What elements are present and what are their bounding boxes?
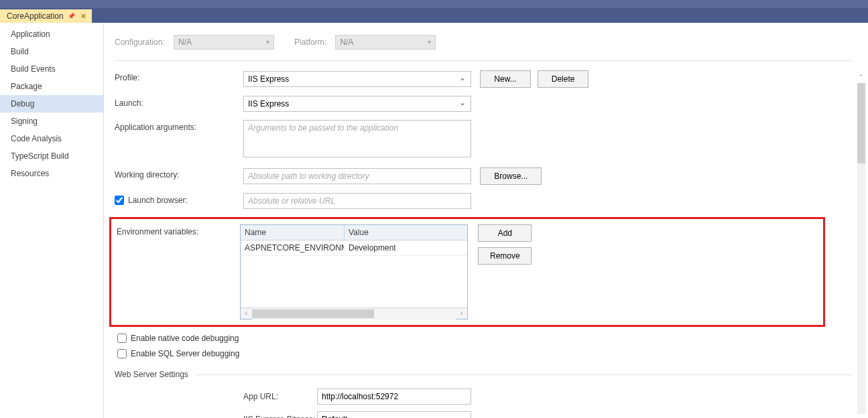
- sidebar-item-application[interactable]: Application: [0, 25, 103, 43]
- content-panel: Configuration: N/A Platform: N/A Profile…: [104, 23, 868, 418]
- launch-browser-url-input[interactable]: [243, 193, 471, 209]
- iis-bitness-label: IIS Express Bitness:: [243, 415, 317, 418]
- enable-native-debug-checkbox[interactable]: Enable native code debugging: [117, 334, 239, 343]
- browse-button[interactable]: Browse...: [480, 167, 542, 185]
- env-header-name: Name: [241, 225, 345, 240]
- sidebar-item-resources[interactable]: Resources: [0, 165, 103, 182]
- launch-label: Launch:: [115, 96, 243, 108]
- vertical-scroll-thumb[interactable]: [857, 83, 865, 163]
- enable-sql-debug-checkbox[interactable]: Enable SQL Server debugging: [117, 349, 239, 358]
- delete-profile-button[interactable]: Delete: [538, 70, 589, 88]
- vertical-scrollbar[interactable]: ⌃ ⌄: [857, 83, 865, 414]
- new-profile-button[interactable]: New...: [480, 70, 530, 88]
- sql-debug-check[interactable]: [117, 349, 127, 358]
- launch-select[interactable]: IIS Express: [243, 96, 471, 112]
- env-row[interactable]: ASPNETCORE_ENVIRONMENT Development: [241, 240, 467, 256]
- document-tab[interactable]: CoreApplication 📌 ✕: [0, 9, 92, 23]
- env-row-value: Development: [345, 240, 467, 255]
- scroll-thumb[interactable]: [252, 309, 374, 318]
- working-directory-input[interactable]: [243, 168, 471, 184]
- app-arguments-label: Application arguments:: [115, 120, 243, 132]
- environment-variables-highlight: Environment variables: Name Value ASPNET…: [109, 217, 825, 327]
- env-header-value: Value: [345, 225, 467, 240]
- app-url-label: App URL:: [243, 392, 317, 401]
- env-vars-grid[interactable]: Name Value ASPNETCORE_ENVIRONMENT Develo…: [240, 224, 468, 320]
- add-env-var-button[interactable]: Add: [478, 224, 532, 242]
- sidebar-item-code-analysis[interactable]: Code Analysis: [0, 130, 103, 147]
- platform-select: N/A: [335, 35, 436, 50]
- scroll-up-icon[interactable]: ⌃: [857, 74, 865, 83]
- sidebar-item-build-events[interactable]: Build Events: [0, 60, 103, 78]
- sidebar-item-debug[interactable]: Debug: [0, 95, 103, 113]
- iis-bitness-select[interactable]: Default: [317, 411, 471, 418]
- sidebar: Application Build Build Events Package D…: [0, 23, 104, 418]
- sidebar-item-signing[interactable]: Signing: [0, 113, 103, 130]
- sidebar-item-typescript-build[interactable]: TypeScript Build: [0, 147, 103, 165]
- divider: [115, 60, 852, 61]
- env-horizontal-scrollbar[interactable]: ‹ ›: [241, 307, 467, 319]
- scroll-down-icon[interactable]: ⌄: [857, 414, 865, 418]
- configuration-select: N/A: [174, 35, 274, 50]
- configuration-label: Configuration:: [115, 38, 165, 47]
- profile-select[interactable]: IIS Express: [243, 71, 471, 87]
- tab-strip: CoreApplication 📌 ✕: [0, 8, 868, 23]
- section-divider: [195, 374, 852, 375]
- tab-title: CoreApplication: [7, 11, 64, 21]
- app-url-input[interactable]: [317, 389, 471, 405]
- scroll-right-icon[interactable]: ›: [456, 308, 467, 320]
- sidebar-item-package[interactable]: Package: [0, 78, 103, 95]
- native-debug-check[interactable]: [117, 334, 127, 343]
- sidebar-item-build[interactable]: Build: [0, 43, 103, 60]
- env-row-name: ASPNETCORE_ENVIRONMENT: [241, 240, 345, 255]
- working-directory-label: Working directory:: [115, 167, 243, 180]
- remove-env-var-button[interactable]: Remove: [478, 247, 532, 265]
- title-bar: [0, 0, 868, 8]
- env-vars-label: Environment variables:: [111, 224, 240, 236]
- platform-label: Platform:: [294, 38, 326, 47]
- pin-icon[interactable]: 📌: [68, 13, 75, 19]
- web-server-section-title: Web Server Settings: [115, 370, 188, 379]
- app-arguments-input[interactable]: [243, 120, 471, 157]
- launch-browser-checkbox[interactable]: Launch browser:: [115, 196, 188, 205]
- launch-browser-check[interactable]: [115, 196, 124, 205]
- close-icon[interactable]: ✕: [80, 12, 86, 21]
- profile-label: Profile:: [115, 70, 243, 82]
- scroll-left-icon[interactable]: ‹: [241, 308, 252, 320]
